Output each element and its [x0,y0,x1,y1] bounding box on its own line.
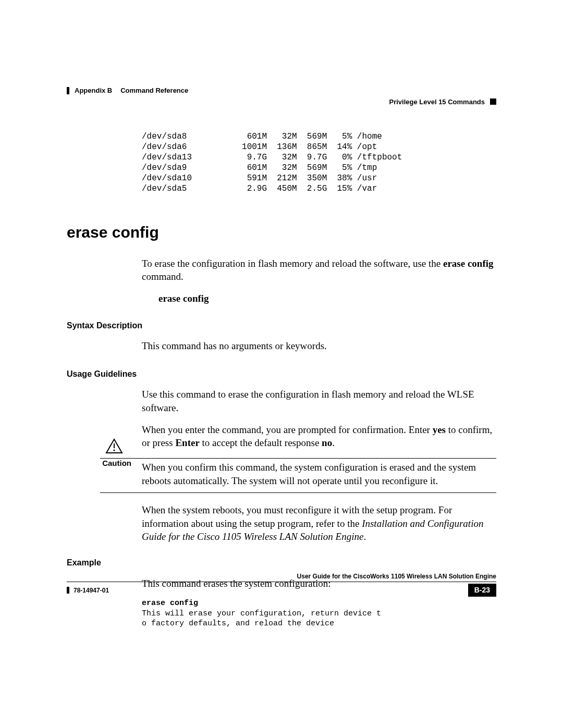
syntax-description-text: This command has no arguments or keyword… [142,339,496,353]
document-page: Appendix B Command Reference Privilege L… [0,0,563,671]
intro-paragraph: To erase the configuration in flash memo… [142,257,496,283]
example-head: Example [67,557,496,569]
post-caution-paragraph: When the system reboots, you must reconf… [142,503,496,544]
running-header-right: Privilege Level 15 Commands [67,97,496,107]
usage-paragraph-2: When you enter the command, you are prom… [142,423,496,450]
usage-guidelines-head: Usage Guidelines [67,368,496,380]
command-title: erase config [67,222,496,243]
caution-text: When you confirm this command, the syste… [142,462,476,486]
header-square-icon [490,98,496,105]
disk-usage-output: /dev/sda8 601M 32M 569M 5% /home /dev/sd… [142,131,496,194]
svg-point-2 [113,449,115,451]
usage-paragraph-1: Use this command to erase the configurat… [142,388,496,414]
caution-label: Caution [102,458,131,468]
caution-triangle-icon [105,438,123,458]
running-header-left: Appendix B Command Reference [67,86,496,95]
syntax-description-head: Syntax Description [67,320,496,331]
header-bar-icon [67,87,69,94]
section-label: Privilege Level 15 Commands [389,97,485,107]
chapter-label: Command Reference [120,86,188,95]
publication-number: 78-14947-01 [74,586,109,595]
caution-block: Caution When you confirm this command, t… [67,458,496,493]
syntax-line: erase config [158,292,496,305]
appendix-label: Appendix B [75,86,112,95]
page-footer: User Guide for the CiscoWorks 1105 Wirel… [67,572,496,597]
footer-guide-title: User Guide for the CiscoWorks 1105 Wirel… [297,572,496,581]
example-code-output: erase config This will erase your config… [142,598,496,629]
footer-bar-icon [67,587,69,594]
page-number: B-23 [468,584,496,597]
